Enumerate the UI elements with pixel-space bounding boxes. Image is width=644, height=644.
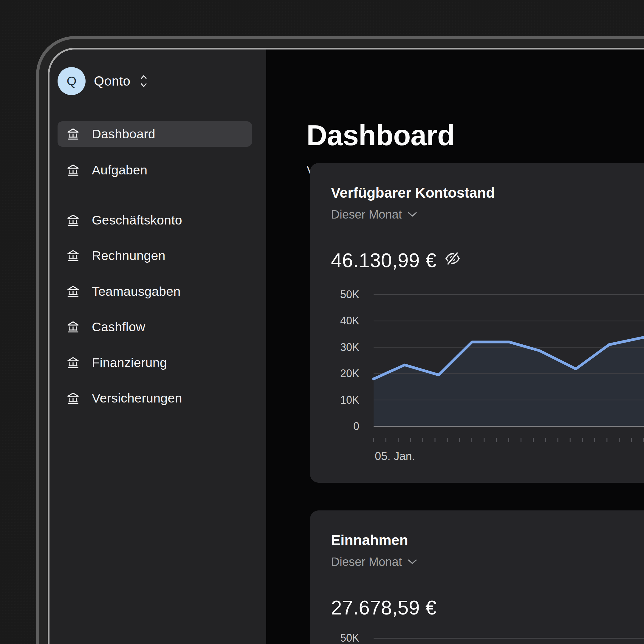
sidebar-item-cashflow[interactable]: Cashflow (58, 314, 252, 340)
sidebar-item-label: Dashboard (92, 127, 155, 141)
svg-text:10K: 10K (340, 394, 359, 406)
landmark-icon (66, 285, 80, 298)
balance-period-dropdown[interactable]: Dieser Monat (331, 207, 417, 222)
landmark-icon (66, 163, 80, 177)
chevron-down-icon (407, 559, 417, 565)
sidebar-item-label: Rechnungen (92, 248, 165, 263)
income-axis-tick-label: 50K (310, 632, 359, 644)
landmark-icon (66, 391, 80, 405)
sidebar-item-label: Teamausgaben (92, 284, 181, 299)
sidebar-item-versicherungen[interactable]: Versicherungen (58, 386, 252, 411)
sidebar-item-label: Aufgaben (92, 163, 148, 177)
svg-text:30K: 30K (340, 341, 359, 353)
balance-card: Verfügbarer Kontostand Dieser Monat 46.1… (310, 163, 644, 483)
sidebar-item-label: Cashflow (92, 320, 145, 334)
income-period-dropdown[interactable]: Dieser Monat (331, 554, 417, 569)
sidebar-item-label: Versicherungen (92, 391, 182, 405)
income-amount: 27.678,59 € (331, 596, 436, 619)
landmark-icon (66, 356, 80, 370)
period-label: Dieser Monat (331, 208, 402, 221)
sidebar-item-teamausgaben[interactable]: Teamausgaben (58, 279, 252, 304)
eye-off-icon[interactable] (445, 251, 460, 266)
svg-text:0: 0 (353, 420, 359, 432)
income-card-title: Einnahmen (331, 532, 408, 548)
page-title: Dashboard (306, 121, 455, 150)
app-window: Q Qonto Dashboard Aufgaben (49, 49, 644, 644)
window-frame: Q Qonto Dashboard Aufgaben (48, 48, 644, 644)
avatar-letter: Q (67, 74, 77, 88)
unfold-chevrons-icon (140, 73, 148, 89)
period-label: Dieser Monat (331, 555, 402, 569)
sidebar-item-aufgaben[interactable]: Aufgaben (58, 157, 252, 183)
landmark-icon (66, 320, 80, 334)
chevron-down-icon (407, 211, 417, 217)
sidebar-item-finanzierung[interactable]: Finanzierung (58, 350, 252, 375)
sidebar-item-geschaeftskonto[interactable]: Geschäftskonto (58, 208, 252, 233)
landmark-icon (66, 127, 80, 141)
landmark-icon (66, 213, 80, 227)
income-axis-gridline (374, 638, 644, 639)
svg-text:05. Jan.: 05. Jan. (375, 450, 415, 462)
main-content: Dashboard Von Allen Konten Verfügbarer K… (266, 49, 644, 644)
sidebar: Q Qonto Dashboard Aufgaben (49, 49, 266, 644)
workspace-switcher[interactable]: Q Qonto (58, 67, 148, 95)
svg-text:20K: 20K (340, 367, 359, 380)
workspace-name: Qonto (94, 74, 130, 89)
income-card: Einnahmen Dieser Monat 27.678,59 € 50K (310, 510, 644, 644)
sidebar-item-label: Geschäftskonto (92, 213, 182, 227)
sidebar-item-label: Finanzierung (92, 355, 167, 370)
balance-area-chart: 50K40K30K20K10K005. Jan. (310, 288, 644, 473)
sidebar-item-rechnungen[interactable]: Rechnungen (58, 243, 252, 268)
balance-amount: 46.130,99 € (331, 249, 436, 272)
qonto-dashboard-screen: { "theme": { "accent_blue": "#7DA7E9", "… (0, 0, 644, 644)
balance-card-title: Verfügbarer Kontostand (331, 185, 495, 201)
landmark-icon (66, 249, 80, 263)
sidebar-item-dashboard[interactable]: Dashboard (58, 121, 252, 147)
svg-text:50K: 50K (340, 288, 359, 301)
svg-text:40K: 40K (340, 315, 359, 327)
avatar: Q (58, 67, 86, 95)
